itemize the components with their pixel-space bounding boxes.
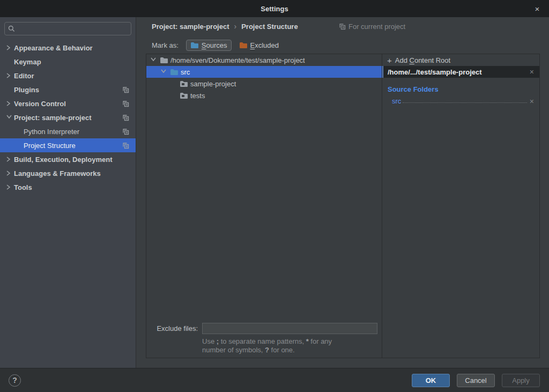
mark-as-excluded-button[interactable]: Excluded [235, 40, 283, 51]
plus-icon: + [387, 56, 392, 64]
project-structure-panels: /home/sven/Dokumente/test/sample-project… [146, 54, 540, 358]
mark-as-sources-button[interactable]: Sources [186, 40, 232, 51]
breadcrumb: Project: sample-project › Project Struct… [152, 21, 298, 31]
tree-row-src[interactable]: src [146, 66, 382, 78]
chevron-down-icon[interactable] [161, 69, 168, 75]
ok-button[interactable]: OK [412, 374, 450, 387]
sources-folder-icon [190, 41, 199, 49]
exclude-files-label: Exclude files: [146, 324, 198, 332]
chevron-right-icon[interactable] [6, 101, 14, 106]
sidebar-item-appearance-behavior[interactable]: Appearance & Behavior [0, 41, 136, 55]
settings-sync-icon [339, 23, 346, 30]
settings-sync-icon [122, 142, 129, 149]
sidebar-item-keymap[interactable]: Keymap [0, 55, 136, 69]
sidebar-item-build-execution-deployment[interactable]: Build, Execution, Deployment [0, 152, 136, 166]
chevron-right-icon[interactable] [6, 45, 14, 50]
dialog-footer: ? OK Cancel Apply [0, 368, 549, 392]
sidebar-item-languages-frameworks[interactable]: Languages & Frameworks [0, 166, 136, 180]
scope-indicator: For current project [339, 21, 405, 31]
remove-content-root-icon[interactable]: × [530, 68, 534, 76]
source-folder-link[interactable]: src [392, 97, 401, 105]
window-titlebar: Settings × [0, 0, 549, 17]
content-root-row[interactable]: /home/.../test/sample-project × [382, 66, 539, 78]
folder-icon [180, 92, 188, 100]
dotted-leader [403, 102, 526, 103]
breadcrumb-separator: › [234, 22, 237, 31]
content-root-path: /home/.../test/sample-project [388, 68, 482, 76]
apply-button[interactable]: Apply [502, 374, 540, 387]
mark-as-toolbar: Mark as: Sources Excluded [152, 39, 283, 52]
settings-sidebar: Appearance & Behavior Keymap Editor Plug… [0, 17, 136, 368]
chevron-right-icon[interactable] [6, 157, 14, 162]
breadcrumb-project[interactable]: Project: sample-project [152, 23, 229, 31]
chevron-right-icon[interactable] [6, 171, 14, 176]
content-roots-panel: + Add Content Root /home/.../test/sample… [382, 54, 539, 358]
exclude-files-section: Exclude files: Use ; to separate name pa… [146, 323, 382, 354]
exclude-files-hint: Use ; to separate name patterns, * for a… [202, 337, 377, 354]
window-close-button[interactable]: × [531, 0, 544, 17]
source-folder-row[interactable]: src × [392, 95, 534, 105]
exclude-files-input[interactable] [202, 323, 377, 334]
chevron-right-icon[interactable] [6, 184, 14, 190]
directory-tree: /home/sven/Dokumente/test/sample-project… [146, 54, 382, 358]
sidebar-item-project[interactable]: Project: sample-project [0, 110, 136, 124]
scope-label: For current project [348, 23, 405, 31]
settings-sync-icon [122, 128, 129, 135]
sidebar-item-tools[interactable]: Tools [0, 180, 136, 194]
breadcrumb-page: Project Structure [241, 23, 298, 31]
settings-sync-icon [122, 86, 129, 93]
sidebar-item-project-structure[interactable]: Project Structure [0, 138, 136, 152]
mark-as-label: Mark as: [152, 41, 179, 49]
settings-search-field[interactable] [4, 22, 131, 35]
excluded-folder-icon [239, 41, 248, 49]
folder-icon [160, 56, 168, 64]
help-button[interactable]: ? [9, 374, 21, 387]
cancel-button[interactable]: Cancel [457, 374, 495, 387]
settings-sync-icon [122, 100, 129, 107]
tree-row-content-root[interactable]: /home/sven/Dokumente/test/sample-project [146, 54, 382, 66]
chevron-right-icon[interactable] [6, 73, 14, 78]
search-icon [8, 25, 15, 32]
sidebar-item-version-control[interactable]: Version Control [0, 97, 136, 110]
sidebar-item-python-interpreter[interactable]: Python Interpreter [0, 124, 136, 138]
chevron-down-icon[interactable] [151, 57, 158, 63]
remove-source-folder-icon[interactable]: × [530, 98, 534, 105]
tree-row-sample-project[interactable]: sample-project [146, 78, 382, 90]
chevron-down-icon[interactable] [6, 115, 14, 120]
add-content-root-button[interactable]: + Add Content Root [382, 54, 539, 66]
tree-row-tests[interactable]: tests [146, 90, 382, 101]
sidebar-item-editor[interactable]: Editor [0, 69, 136, 83]
folder-icon [180, 80, 188, 88]
sidebar-item-plugins[interactable]: Plugins [0, 83, 136, 97]
window-title: Settings [261, 5, 288, 13]
source-folders-heading: Source Folders [388, 85, 539, 93]
settings-sync-icon [122, 114, 129, 121]
source-folder-icon [170, 68, 179, 76]
